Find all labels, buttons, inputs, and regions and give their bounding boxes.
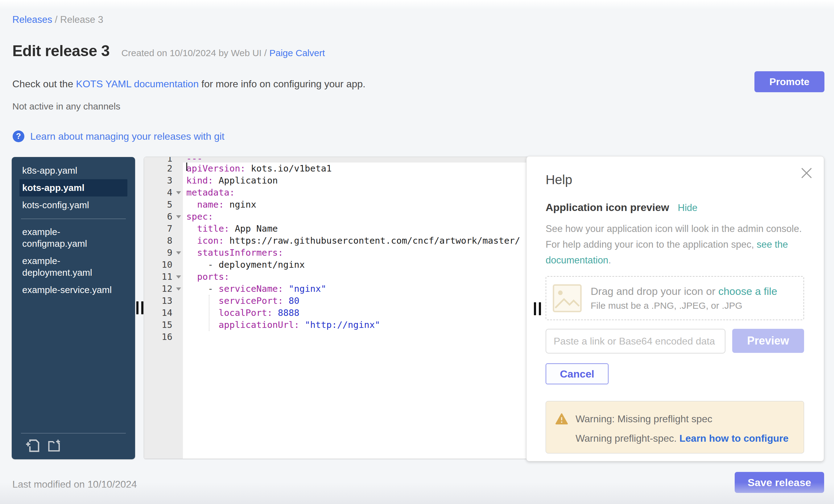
code-text: icon: https://raw.githubusercontent.com/… xyxy=(183,235,520,247)
line-number: 2 xyxy=(144,162,183,175)
created-text: Created on 10/10/2024 by Web UI / xyxy=(121,48,269,58)
line-number: 9 xyxy=(144,247,183,259)
author-link[interactable]: Paige Calvert xyxy=(269,48,325,58)
promote-button[interactable]: Promote xyxy=(754,71,825,92)
icon-dropzone[interactable]: Drag and drop your icon or choose a file… xyxy=(546,276,804,320)
line-number: 7 xyxy=(144,223,183,235)
page-title: Edit release 3 xyxy=(12,42,109,60)
icon-preview-section-header: Application icon preview Hide xyxy=(546,201,804,214)
code-text: spec: xyxy=(183,211,213,223)
warning-detail-text: Warning preflight-spec. xyxy=(575,433,679,444)
close-icon[interactable] xyxy=(801,168,812,179)
fold-arrow-icon[interactable] xyxy=(176,191,181,194)
hide-link[interactable]: Hide xyxy=(678,202,698,214)
sidebar-bottom xyxy=(12,433,135,459)
dropzone-hint: File must be a .PNG, .JPEG, or .JPG xyxy=(591,301,777,311)
learn-configure-link[interactable]: Learn how to configure xyxy=(679,433,789,444)
dropzone-text: Drag and drop your icon or choose a file… xyxy=(591,285,777,311)
fold-arrow-icon[interactable] xyxy=(176,276,181,279)
cancel-button[interactable]: Cancel xyxy=(546,363,609,384)
sidebar-item-example-deployment.yaml[interactable]: example-deployment.yaml xyxy=(19,252,127,281)
line-number: 13 xyxy=(144,295,183,307)
save-release-button[interactable]: Save release xyxy=(735,472,824,493)
desc-text-after: for more info on configuring your app. xyxy=(199,78,366,89)
sidebar-item-k8s-app.yaml[interactable]: k8s-app.yaml xyxy=(19,162,127,179)
warning-detail: Warning preflight-spec. Learn how to con… xyxy=(575,433,804,444)
line-number: 14 xyxy=(144,307,183,319)
add-folder-icon[interactable] xyxy=(47,438,63,453)
breadcrumb-separator: / xyxy=(52,14,60,25)
file-sidebar: k8s-app.yamlkots-app.yamlkots-config.yam… xyxy=(12,157,135,459)
code-text: apiVersion: kots.io/v1beta1 xyxy=(183,162,332,175)
preview-button[interactable]: Preview xyxy=(732,329,804,353)
dropzone-label: Drag and drop your icon or xyxy=(591,285,718,297)
code-text: applicationUrl: "http://nginx" xyxy=(183,319,380,331)
help-title: Help xyxy=(546,172,804,187)
file-group-divider xyxy=(21,219,126,219)
line-number: 16 xyxy=(144,331,183,343)
help-panel: Help Application icon preview Hide See h… xyxy=(526,156,824,461)
description-line: Check out the KOTS YAML documentation fo… xyxy=(12,78,366,90)
breadcrumb: Releases / Release 3 xyxy=(12,14,103,25)
code-text: metadata: xyxy=(183,187,235,199)
gutter-filler xyxy=(144,343,183,459)
sidebar-resize-handle[interactable] xyxy=(136,301,144,314)
icon-url-row: Preview xyxy=(546,329,804,353)
code-text: - deployment/nginx xyxy=(183,259,305,271)
warning-title: Warning: Missing preflight spec xyxy=(575,413,712,425)
help-body-after: . xyxy=(608,255,611,266)
line-number: 6 xyxy=(144,211,183,223)
image-placeholder-icon xyxy=(552,284,582,312)
code-text xyxy=(183,331,186,343)
svg-text:?: ? xyxy=(16,131,21,141)
choose-file-link[interactable]: choose a file xyxy=(718,285,777,297)
line-number: 11 xyxy=(144,271,183,283)
kots-docs-link[interactable]: KOTS YAML documentation xyxy=(76,78,199,89)
code-text: servicePort: 80 xyxy=(183,295,300,307)
sidebar-actions xyxy=(12,433,135,459)
code-text: ports: xyxy=(183,271,229,283)
icon-url-input[interactable] xyxy=(546,329,725,353)
code-text: kind: Application xyxy=(183,175,278,187)
code-text: title: App Name xyxy=(183,223,278,235)
breadcrumb-releases-link[interactable]: Releases xyxy=(12,14,52,25)
line-number: 10 xyxy=(144,259,183,271)
git-help-link[interactable]: Learn about managing your releases with … xyxy=(30,131,224,142)
line-number: 5 xyxy=(144,199,183,211)
breadcrumb-current: Release 3 xyxy=(60,14,103,25)
line-number: 12 xyxy=(144,283,183,295)
file-list: k8s-app.yamlkots-app.yamlkots-config.yam… xyxy=(12,162,135,299)
line-number: 3 xyxy=(144,175,183,187)
desc-text-before: Check out the xyxy=(12,78,76,89)
sidebar-item-kots-config.yaml[interactable]: kots-config.yaml xyxy=(19,196,127,214)
code-text: name: nginx xyxy=(183,199,256,211)
channel-status: Not active in any channels xyxy=(12,101,120,112)
release-workspace: k8s-app.yamlkots-app.yamlkots-config.yam… xyxy=(12,157,824,459)
help-panel-resize-handle[interactable] xyxy=(534,302,541,315)
code-text: statusInformers: xyxy=(183,247,283,259)
code-text: - serviceName: "nginx" xyxy=(183,283,326,295)
fold-arrow-icon[interactable] xyxy=(176,287,181,290)
fold-arrow-icon[interactable] xyxy=(176,251,181,255)
sidebar-item-kots-app.yaml[interactable]: kots-app.yaml xyxy=(19,179,127,196)
section-title: Application icon preview xyxy=(546,201,669,214)
indent-guide xyxy=(209,295,210,331)
git-help-row[interactable]: ? Learn about managing your releases wit… xyxy=(12,130,224,143)
line-number: 15 xyxy=(144,319,183,331)
line-number: 8 xyxy=(144,235,183,247)
code-text: localPort: 8888 xyxy=(183,307,300,319)
add-file-icon[interactable] xyxy=(26,438,42,453)
created-line: Created on 10/10/2024 by Web UI / Paige … xyxy=(121,48,325,58)
title-row: Edit release 3 Created on 10/10/2024 by … xyxy=(12,42,325,60)
edit-release-page: Releases / Release 3 Edit release 3 Crea… xyxy=(0,0,834,504)
sidebar-item-example-service.yaml[interactable]: example-service.yaml xyxy=(19,281,127,299)
line-number: 4 xyxy=(144,187,183,199)
line-number: 1 xyxy=(144,157,183,162)
last-modified-text: Last modified on 10/10/2024 xyxy=(12,479,137,490)
help-body-text: See how your application icon will look … xyxy=(546,221,808,268)
text-cursor xyxy=(186,162,187,171)
preflight-warning-box: Warning: Missing preflight spec Warning … xyxy=(546,401,804,454)
fold-arrow-icon[interactable] xyxy=(176,215,181,218)
sidebar-item-example-configmap.yaml[interactable]: example-configmap.yaml xyxy=(19,223,127,252)
question-circle-icon: ? xyxy=(12,130,25,143)
